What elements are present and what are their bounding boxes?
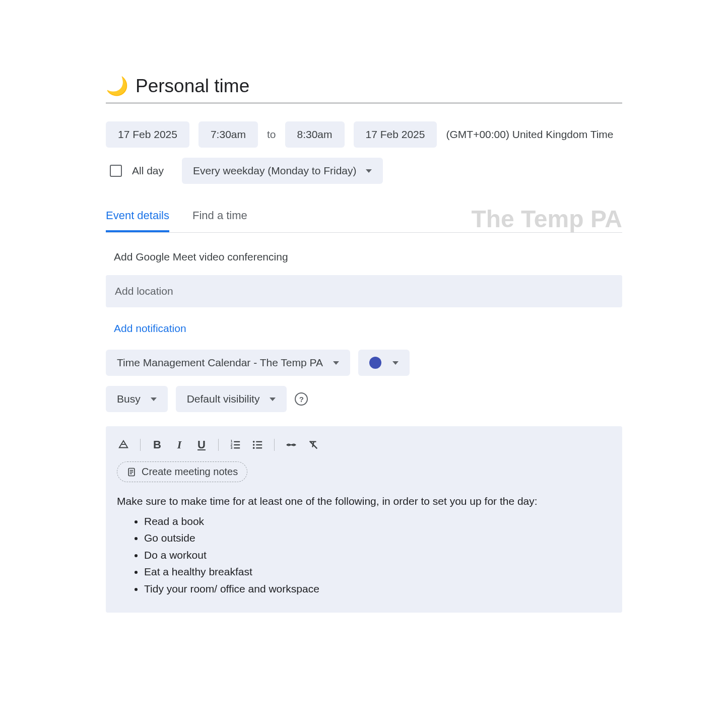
availability-label: Busy <box>117 393 141 405</box>
svg-point-10 <box>253 447 255 449</box>
to-label: to <box>267 128 276 141</box>
underline-icon[interactable]: U <box>196 438 207 451</box>
svg-rect-1 <box>234 444 240 445</box>
svg-rect-7 <box>256 441 262 442</box>
bulleted-list-icon[interactable] <box>252 439 263 450</box>
chevron-down-icon <box>392 361 399 365</box>
end-date-picker[interactable]: 17 Feb 2025 <box>354 121 437 148</box>
calendar-select-label: Time Management Calendar - The Temp PA <box>117 357 323 369</box>
svg-rect-2 <box>234 447 240 448</box>
all-day-label: All day <box>132 165 164 177</box>
visibility-label: Default visibility <box>187 393 260 405</box>
attach-drive-icon[interactable] <box>118 439 129 450</box>
numbered-list-icon[interactable]: 123 <box>230 439 241 450</box>
availability-row: Busy Default visibility ? <box>106 386 622 412</box>
description-content[interactable]: Make sure to make time for at least one … <box>117 493 611 597</box>
svg-rect-0 <box>234 441 240 442</box>
create-meeting-notes-button[interactable]: Create meeting notes <box>117 461 247 482</box>
color-swatch-icon <box>369 357 381 369</box>
toolbar-separator <box>218 439 219 451</box>
tab-event-details[interactable]: Event details <box>106 209 169 232</box>
create-meeting-notes-label: Create meeting notes <box>142 466 238 478</box>
list-item: Eat a healthy breakfast <box>144 564 611 580</box>
add-notification-button[interactable]: Add notification <box>106 322 622 335</box>
all-day-checkbox[interactable] <box>110 165 122 177</box>
description-list: Read a book Go outside Do a workout Eat … <box>117 513 611 597</box>
date-time-row: 17 Feb 2025 7:30am to 8:30am 17 Feb 2025… <box>106 121 622 148</box>
watermark-text: The Temp PA <box>471 205 622 233</box>
add-google-meet-button[interactable]: Add Google Meet video conferencing <box>106 251 622 263</box>
description-editor[interactable]: B I U 123 Create me <box>106 426 622 613</box>
event-title-input[interactable]: Personal time <box>136 76 249 97</box>
chevron-down-icon <box>366 169 372 173</box>
toolbar-separator <box>140 439 141 451</box>
italic-icon[interactable]: I <box>174 438 185 451</box>
allday-row: All day Every weekday (Monday to Friday) <box>106 158 622 184</box>
start-date-picker[interactable]: 17 Feb 2025 <box>106 121 189 148</box>
chevron-down-icon <box>333 361 339 365</box>
tab-find-a-time[interactable]: Find a time <box>192 209 247 232</box>
calendar-row: Time Management Calendar - The Temp PA <box>106 350 622 376</box>
end-time-picker[interactable]: 8:30am <box>285 121 345 148</box>
event-color-select[interactable] <box>358 350 410 376</box>
description-intro: Make sure to make time for at least one … <box>117 493 611 509</box>
description-toolbar: B I U 123 <box>117 435 611 460</box>
location-input[interactable]: Add location <box>106 275 622 307</box>
calendar-select[interactable]: Time Management Calendar - The Temp PA <box>106 350 350 376</box>
svg-point-6 <box>253 441 255 443</box>
recurrence-select[interactable]: Every weekday (Monday to Friday) <box>182 158 382 184</box>
toolbar-separator <box>274 439 275 451</box>
clear-formatting-icon[interactable] <box>308 439 319 450</box>
moon-icon[interactable]: 🌙 <box>106 76 128 97</box>
timezone-button[interactable]: (GMT+00:00) United Kingdom Time <box>446 128 613 141</box>
event-details-section: Add Google Meet video conferencing Add l… <box>106 251 622 613</box>
svg-rect-9 <box>256 444 262 445</box>
event-title-row: 🌙 Personal time <box>106 76 622 103</box>
list-item: Read a book <box>144 513 611 530</box>
svg-text:3: 3 <box>231 446 233 449</box>
list-item: Do a workout <box>144 547 611 563</box>
svg-point-8 <box>253 444 255 446</box>
list-item: Go outside <box>144 530 611 546</box>
recurrence-label: Every weekday (Monday to Friday) <box>193 165 356 177</box>
tabs-row: Event details Find a time The Temp PA <box>106 209 622 233</box>
list-item: Tidy your room/ office and workspace <box>144 581 611 597</box>
visibility-select[interactable]: Default visibility <box>176 386 287 412</box>
chevron-down-icon <box>151 398 157 401</box>
visibility-help-icon[interactable]: ? <box>295 392 308 406</box>
chevron-down-icon <box>270 398 276 401</box>
availability-select[interactable]: Busy <box>106 386 168 412</box>
document-icon <box>126 467 137 477</box>
bold-icon[interactable]: B <box>152 438 163 451</box>
link-icon[interactable] <box>286 439 297 450</box>
svg-rect-11 <box>256 447 262 448</box>
start-time-picker[interactable]: 7:30am <box>198 121 258 148</box>
